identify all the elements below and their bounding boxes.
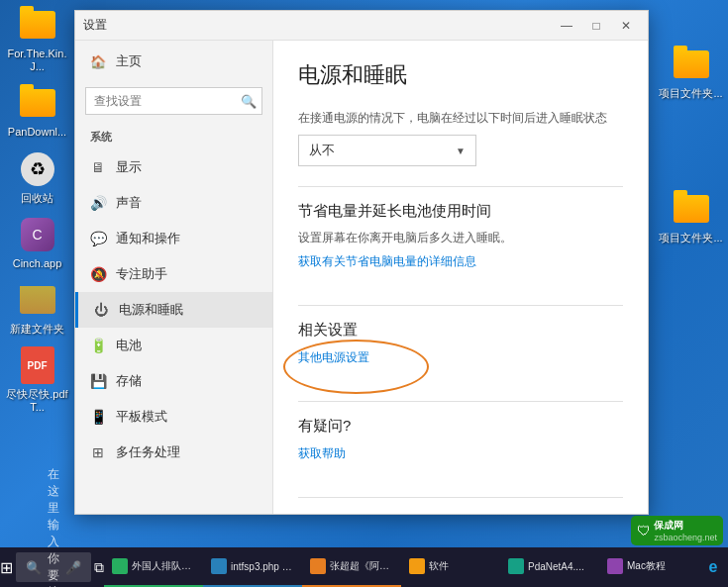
sidebar-item-multitask[interactable]: ⊞ 多任务处理 [75, 435, 272, 470]
improve-windows-title: 让 Windows 变得更好 [298, 513, 623, 514]
settings-main-content: 电源和睡眠 在接通电源的情况下，电脑在经过以下时间后进入睡眠状态 从不 ▼ 节省… [273, 41, 648, 514]
desktop-left-icons: For.The.Kin. J... PanDownl... ♻ 回收站 C Ci… [0, 0, 74, 515]
desktop-icon-label: 尽快尽快.pdf T... [3, 388, 72, 414]
sleep-dropdown-value: 从不 [309, 142, 335, 159]
sidebar-item-storage[interactable]: 💾 存储 [75, 363, 272, 399]
get-help-link[interactable]: 获取帮助 [298, 445, 346, 462]
sidebar-item-notifications[interactable]: 💬 通知和操作 [75, 221, 272, 256]
sidebar-item-power-sleep[interactable]: ⏻ 电源和睡眠 [75, 292, 272, 328]
close-button[interactable]: ✕ [612, 16, 640, 36]
divider-4 [298, 497, 623, 498]
taskbar-thumb-2[interactable]: intfsp3.php (1).mp4 [203, 547, 302, 587]
sidebar-item-storage-label: 存储 [116, 372, 142, 390]
home-icon: 🏠 [90, 54, 106, 69]
window-titlebar: 设置 — □ ✕ [75, 11, 648, 41]
settings-window: 设置 — □ ✕ 🏠 主页 🔍 系统 🖥 [74, 10, 649, 515]
start-button[interactable]: ⊞ [0, 547, 13, 587]
taskbar-right-area: e 📁 🛍 ✉ ⚙ 17:30 2020/1/10 🔔 [698, 547, 728, 587]
taskbar-thumb-1[interactable]: 外国人排队使用的软件！... [104, 547, 203, 587]
sidebar-item-notifications-label: 通知和操作 [116, 230, 180, 247]
window-controls: — □ ✕ [553, 16, 640, 36]
battery-link[interactable]: 获取有关节省电脑电量的详细信息 [298, 253, 476, 270]
thumb-icon-4 [409, 558, 425, 574]
sidebar-home[interactable]: 🏠 主页 [75, 41, 272, 82]
taskbar-thumb-5[interactable]: PdaNetA4.... [500, 547, 599, 587]
sidebar-item-focus-label: 专注助手 [116, 265, 167, 283]
thumb-label-1: 外国人排队使用的软件！... [132, 559, 195, 573]
notifications-icon: 💬 [90, 231, 106, 246]
desktop-icon-label: Cinch.app [13, 257, 62, 270]
taskbar-edge-button[interactable]: e [698, 547, 728, 587]
taskbar-thumb-3[interactable]: 张超超《阿习》超越... [302, 547, 401, 587]
taskbar-thumb-4[interactable]: 软件 [401, 547, 500, 587]
chevron-down-icon: ▼ [456, 146, 466, 156]
divider-1 [298, 186, 623, 187]
battery-desc: 设置屏幕在你离开电脑后多久进入睡眠。 [298, 229, 623, 246]
desktop-icon-cinch[interactable]: C Cinch.app [3, 215, 72, 270]
taskbar-search[interactable]: 🔍 在这里输入你要搜索的内容 🎤 [16, 552, 91, 582]
sidebar-item-tablet[interactable]: 📱 平板模式 [75, 399, 272, 435]
desktop-icon-label: For.The.Kin. J... [3, 48, 72, 73]
question-title: 有疑问? [298, 417, 623, 436]
sidebar-item-tablet-label: 平板模式 [116, 408, 167, 426]
shield-icon: 🛡 [637, 523, 651, 538]
desktop-icon-right-1[interactable]: 项目文件夹... [657, 45, 726, 100]
desktop-icon-for-the-kin[interactable]: For.The.Kin. J... [3, 5, 72, 73]
mic-icon: 🎤 [65, 560, 81, 575]
desktop-icon-pan-download[interactable]: PanDownl... [3, 83, 72, 139]
minimize-button[interactable]: — [553, 16, 580, 36]
desktop-icon-label: 回收站 [21, 192, 53, 205]
settings-sidebar: 🏠 主页 🔍 系统 🖥 显示 🔊 声音 💬 通 [75, 41, 273, 514]
sidebar-item-display[interactable]: 🖥 显示 [75, 149, 272, 185]
desktop-icon-new-folder[interactable]: 新建文件夹 [3, 280, 72, 336]
edge-icon: e [709, 558, 718, 576]
shield-badge[interactable]: 🛡 保成网 zsbaocheng.net [631, 516, 723, 545]
tablet-icon: 📱 [90, 409, 106, 425]
sleep-dropdown[interactable]: 从不 ▼ [298, 135, 476, 166]
search-input[interactable] [85, 87, 262, 115]
sound-icon: 🔊 [90, 195, 106, 211]
page-title: 电源和睡眠 [298, 60, 623, 90]
taskbar-thumb-6[interactable]: Mac教程 [599, 547, 698, 587]
desktop-icon-label: 项目文件夹... [659, 87, 722, 100]
multitask-icon: ⊞ [90, 444, 106, 460]
thumb-icon-1 [112, 558, 128, 574]
sidebar-item-battery-label: 电池 [116, 337, 142, 354]
sidebar-item-sound[interactable]: 🔊 声音 [75, 185, 272, 221]
related-settings: 相关设置 其他电源设置 [298, 321, 623, 386]
taskbar-search-icon: 🔍 [26, 560, 42, 575]
search-icon: 🔍 [241, 94, 257, 109]
desktop-icon-recycle-bin[interactable]: ♻ 回收站 [3, 149, 72, 205]
battery-section-title: 节省电量并延长电池使用时间 [298, 202, 623, 221]
sidebar-item-power-label: 电源和睡眠 [119, 301, 183, 319]
other-power-settings-highlight: 其他电源设置 [298, 347, 369, 386]
other-power-settings-link[interactable]: 其他电源设置 [298, 349, 369, 366]
thumb-label-3: 张超超《阿习》超越... [330, 559, 393, 573]
power-icon: ⏻ [93, 302, 109, 318]
task-view-button[interactable]: ⧉ [94, 547, 104, 587]
task-view-icon: ⧉ [94, 559, 104, 576]
sidebar-item-display-label: 显示 [116, 158, 142, 176]
thumb-label-4: 软件 [429, 559, 449, 573]
storage-icon: 💾 [90, 373, 106, 389]
shield-badge-subtext: zsbaocheng.net [654, 533, 717, 542]
sidebar-item-multitask-label: 多任务处理 [116, 443, 180, 461]
display-icon: 🖥 [90, 159, 106, 175]
sidebar-home-label: 主页 [116, 52, 142, 70]
related-settings-title: 相关设置 [298, 321, 623, 340]
thumb-icon-5 [508, 558, 524, 574]
sidebar-section-title: 系统 [75, 125, 272, 149]
maximize-button[interactable]: □ [582, 16, 610, 36]
thumb-icon-6 [607, 558, 623, 574]
window-content: 🏠 主页 🔍 系统 🖥 显示 🔊 声音 💬 通 [75, 41, 648, 514]
sidebar-item-battery[interactable]: 🔋 电池 [75, 328, 272, 363]
thumb-label-2: intfsp3.php (1).mp4 [231, 561, 294, 572]
window-title: 设置 [83, 17, 107, 34]
sidebar-item-focus-assist[interactable]: 🔕 专注助手 [75, 256, 272, 292]
taskbar: ⊞ 🔍 在这里输入你要搜索的内容 🎤 ⧉ 外国人排队使用的软件！... intf… [0, 547, 728, 587]
thumb-label-5: PdaNetA4.... [528, 561, 584, 572]
desktop-right-icons: 项目文件夹... 项目文件夹... [654, 0, 728, 515]
desktop-icon-pdf[interactable]: PDF 尽快尽快.pdf T... [3, 345, 72, 414]
desktop-icon-right-2[interactable]: 项目文件夹... [657, 189, 726, 245]
windows-icon: ⊞ [0, 558, 13, 577]
